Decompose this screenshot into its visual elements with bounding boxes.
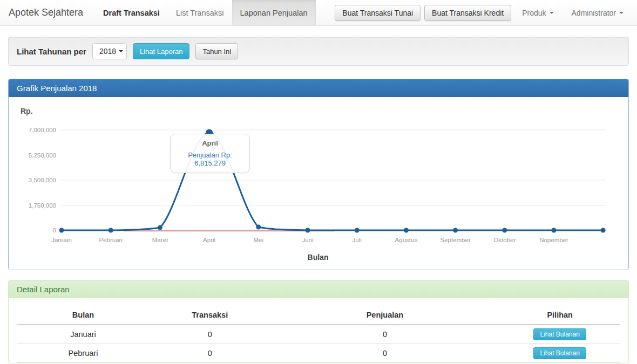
x-axis-title: Bulan [308,253,329,262]
navbar-right: Buat Transaksi Tunai Buat Transaksi Kred… [335,0,631,25]
y-tick-label: 1,750,000 [29,202,56,209]
lihat-bulanan-button[interactable]: Lihat Bulanan [533,328,586,340]
brand[interactable]: Apotek Sejahtera [9,7,83,18]
monthly-report-table: Bulan Transaksi Penjualan Pilihan Januar… [17,305,620,363]
x-tick-label: Juli [353,237,362,243]
y-tick-label: 3,500,000 [29,177,56,183]
tooltip-value: Penjualan Rp: 6,815,279 [174,151,246,167]
data-point[interactable] [404,228,409,233]
x-tick-label: Nopember [539,237,568,243]
table-row: Januari 0 0 Lihat Bulanan [17,325,620,344]
chart-series [59,129,606,232]
year-filter-bar: Lihat Tahunan per 2018 Lihat Laporan Tah… [8,37,629,66]
cell-transaksi: 0 [150,344,270,363]
filter-label: Lihat Tahunan per [17,47,86,56]
chart-x-ticks: JanuariPebruariMaretAprilMeiJuniJuliAgus… [51,237,568,243]
col-header-pilihan: Pilihan [499,305,620,325]
nav-item-laporan-penjualan[interactable]: Laponan Penjualan [232,0,316,25]
cell-penjualan: 0 [270,344,500,363]
x-tick-label: April [203,237,215,243]
chart-gridlines [60,130,606,230]
table-row: Pebruari 0 0 Lihat Bulanan [17,344,620,363]
col-header-penjualan: Penjualan [270,305,500,325]
series-penjualan-line [62,133,603,230]
y-tick-label: 0 [53,227,56,233]
x-tick-label: Pebruari [99,237,122,243]
nav-item-list-transaksi[interactable]: List Transaksi [168,0,232,25]
tahun-ini-button[interactable]: Tahun Ini [195,43,238,59]
navbar: Apotek Sejahtera Draft Transaksi List Tr… [0,0,637,26]
tooltip-title: April [174,139,246,147]
caret-down-icon [619,12,624,14]
x-tick-label: September [440,237,470,243]
col-header-bulan: Bulan [17,305,150,325]
data-point[interactable] [109,228,113,233]
table-header-row: Bulan Transaksi Penjualan Pilihan [17,305,620,325]
data-point[interactable] [256,225,261,230]
x-tick-label: Januari [51,237,72,243]
lihat-laporan-button[interactable]: Lihat Laporan [133,43,190,59]
data-point[interactable] [306,228,310,233]
cell-transaksi: 0 [150,325,270,344]
data-point[interactable] [453,228,458,233]
detail-panel-body: Bulan Transaksi Penjualan Pilihan Januar… [9,298,628,363]
cell-pilihan: Lihat Bulanan [499,344,620,363]
administrator-dropdown[interactable]: Administrator [565,9,631,17]
data-point[interactable] [59,228,64,233]
chart-area: Rp. 01,750,0003,500,0005,250,0007,000,00… [9,97,628,270]
produk-dropdown-label: Produk [522,9,546,17]
y-tick-label: 7,000,000 [29,127,56,133]
year-select-wrap: 2018 [92,43,127,59]
chart-tooltip: April Penjualan Rp: 6,815,279 [170,134,250,173]
y-axis-unit-label: Rp. [21,107,33,115]
y-tick-label: 5,250,000 [29,152,56,159]
administrator-dropdown-label: Administrator [572,9,616,17]
data-point[interactable] [502,228,507,233]
detail-laporan-panel: Detail Laporan Bulan Transaksi Penjualan… [8,280,629,363]
x-tick-label: Mei [254,237,264,243]
detail-panel-title: Detail Laporan [9,280,628,298]
data-point[interactable] [158,225,162,230]
data-point[interactable] [552,228,557,233]
cell-penjualan: 0 [270,325,500,344]
x-tick-label: Maret [152,237,168,243]
chart-y-ticks: 01,750,0003,500,0005,250,0007,000,000 [29,127,56,233]
data-point[interactable] [355,228,360,233]
produk-dropdown[interactable]: Produk [515,9,560,17]
data-point[interactable] [601,228,606,233]
year-select[interactable]: 2018 [92,43,127,59]
grafik-penjualan-panel: Grafik Penjualan 2018 Rp. 01,750,0003,50… [8,79,629,270]
page-content: Lihat Tahunan per 2018 Lihat Laporan Tah… [0,26,637,363]
x-tick-label: Oktober [493,237,516,243]
lihat-bulanan-button[interactable]: Lihat Bulanan [533,347,586,359]
buat-transaksi-tunai-button[interactable]: Buat Transaksi Tunai [335,5,421,21]
x-tick-label: Agustus [395,237,418,243]
cell-bulan: Januari [17,325,150,344]
nav-links: Draft Transaksi List Transaksi Laponan P… [95,0,315,25]
x-tick-label: Juni [302,237,313,243]
caret-down-icon [550,12,554,14]
buat-transaksi-kredit-button[interactable]: Buat Transaksi Kredit [424,5,511,21]
nav-item-draft-transaksi[interactable]: Draft Transaksi [95,0,168,25]
chart-panel-title: Grafik Penjualan 2018 [9,79,628,97]
cell-bulan: Pebruari [17,344,150,363]
col-header-transaksi: Transaksi [150,305,270,325]
sales-chart: Rp. 01,750,0003,500,0005,250,0007,000,00… [9,100,621,270]
cell-pilihan: Lihat Bulanan [499,325,620,344]
